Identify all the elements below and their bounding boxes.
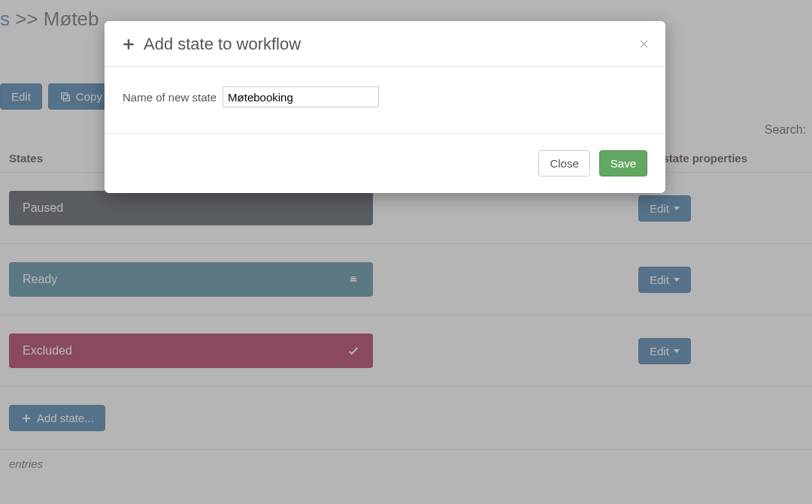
modal-close-button[interactable]: × [639, 36, 649, 53]
new-state-name-label: Name of new state [123, 91, 217, 104]
plus-icon [121, 37, 136, 52]
new-state-name-input[interactable] [223, 86, 379, 107]
add-state-modal: Add state to workflow × Name of new stat… [105, 21, 665, 193]
modal-title: Add state to workflow [144, 35, 301, 54]
modal-save-button[interactable]: Save [599, 150, 647, 177]
modal-close-footer-button[interactable]: Close [538, 150, 589, 177]
